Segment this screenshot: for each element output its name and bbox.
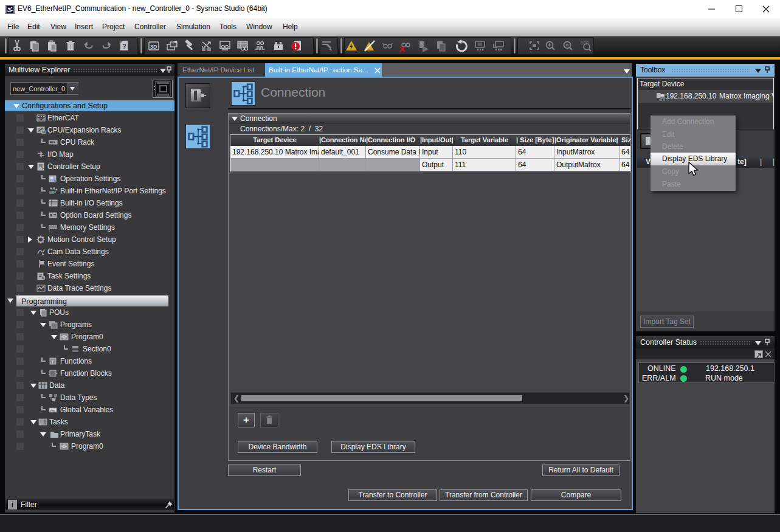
svg-text:var: var (50, 409, 55, 412)
svg-text:?: ? (122, 43, 126, 50)
svg-text:3D: 3D (150, 44, 157, 50)
svg-text:ECAT: ECAT (38, 117, 46, 121)
svg-text:EIP: EIP (49, 190, 57, 195)
